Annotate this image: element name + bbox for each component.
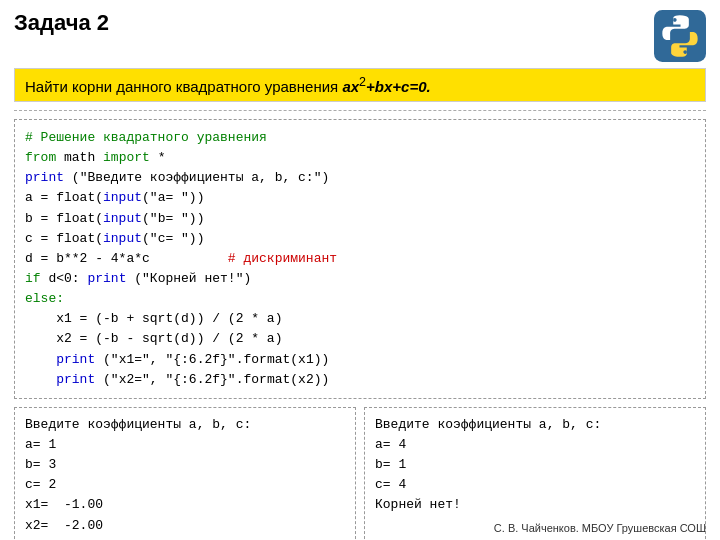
page-title: Задача 2 (14, 10, 644, 36)
code-block: # Решение квадратного уравнения from mat… (14, 119, 706, 399)
footer-credit: С. В. Чайченков. МБОУ Грушевская СОШ (494, 522, 706, 534)
output-panel-1: Введите коэффициенты a, b, c: a= 1 b= 3 … (14, 407, 356, 540)
divider (14, 110, 706, 111)
title-row: Задача 2 (14, 10, 706, 62)
python-logo-icon (654, 10, 706, 62)
task-description: Найти корни данного квадратного уравнени… (14, 68, 706, 102)
output-panel-2: Введите коэффициенты a, b, c: a= 4 b= 1 … (364, 407, 706, 540)
output-panels: Введите коэффициенты a, b, c: a= 1 b= 3 … (14, 407, 706, 540)
page: Задача 2 Найти корни данного квадратного… (0, 0, 720, 540)
